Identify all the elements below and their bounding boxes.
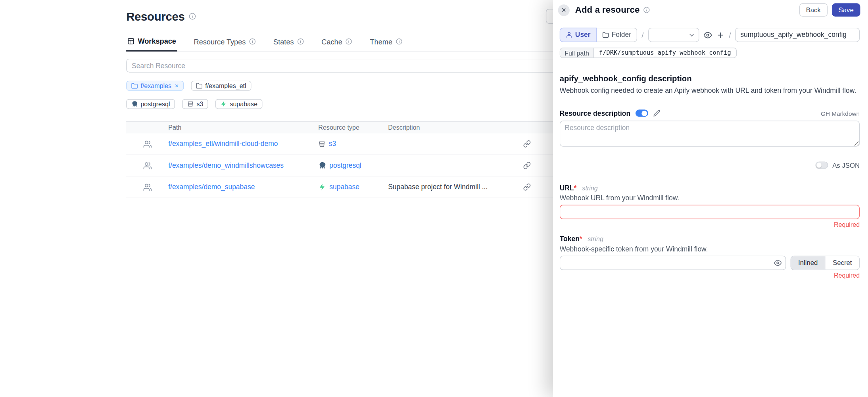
type-filter-row: postgresql s3 supabase: [126, 99, 610, 109]
resources-page-content: Resources Add resource Workspace Resourc…: [126, 0, 610, 198]
token-label: Token*: [560, 235, 582, 243]
info-icon[interactable]: [346, 38, 352, 45]
resource-name-input[interactable]: [735, 28, 860, 42]
chevron-down-icon: [688, 32, 695, 39]
close-icon[interactable]: ×: [558, 4, 570, 15]
type-chip-label: postgresql: [140, 101, 170, 107]
owner-kind-toggle: User Folder: [560, 28, 638, 42]
folder-chip-examples[interactable]: f/examples ×: [126, 81, 184, 91]
tab-label: Theme: [370, 37, 392, 46]
inlined-button[interactable]: Inlined: [791, 256, 826, 269]
shared-users-icon: [126, 161, 168, 170]
copy-link-icon[interactable]: [523, 161, 531, 169]
postgresql-icon: [131, 101, 138, 107]
resource-type-label: postgresql: [329, 161, 361, 169]
full-path-label: Full path: [560, 48, 594, 58]
type-chip-postgresql[interactable]: postgresql: [126, 99, 175, 109]
as-json-toggle[interactable]: [815, 162, 828, 169]
secret-button[interactable]: Secret: [826, 256, 859, 269]
tab-workspace[interactable]: Workspace: [126, 35, 177, 52]
app-canvas: Resources Add resource Workspace Resourc…: [0, 0, 868, 397]
owner-select[interactable]: [648, 28, 699, 42]
token-type-hint: string: [588, 236, 603, 242]
resource-path-link[interactable]: f/examples_etl/windmill-cloud-demo: [168, 140, 278, 148]
token-field-block: Token* string Webhook-specific token fro…: [560, 235, 860, 279]
resource-path-link[interactable]: f/examples/demo_windmillshowcases: [168, 161, 284, 169]
as-json-label: As JSON: [832, 161, 860, 169]
url-input[interactable]: [560, 205, 860, 219]
table-row[interactable]: f/examples_etl/windmill-cloud-demo s3: [126, 133, 610, 155]
full-path-display: Full path f/DRK/sumptuous_apify_webhook_…: [560, 48, 737, 58]
folder-icon: [602, 32, 609, 38]
gh-markdown-hint: GH Markdown: [821, 110, 860, 117]
drawer-header: × Add a resource Back Save: [553, 0, 868, 20]
header-description: Description: [388, 124, 523, 131]
show-token-eye-icon[interactable]: [774, 259, 782, 267]
description-toggle[interactable]: [636, 110, 648, 117]
add-folder-plus-icon[interactable]: [716, 31, 724, 39]
workspace-icon: [127, 38, 134, 45]
search-input[interactable]: [126, 59, 610, 73]
folder-chip-label: f/examples_etl: [205, 82, 246, 89]
save-button[interactable]: Save: [832, 3, 860, 16]
tab-cache[interactable]: Cache: [321, 35, 353, 51]
token-label-row: Token* string: [560, 235, 860, 243]
resource-description: Supabase project for Windmill ...: [388, 183, 523, 191]
required-asterisk: *: [574, 184, 577, 192]
resource-description-textarea[interactable]: [560, 121, 860, 147]
tab-resource-types[interactable]: Resource Types: [193, 35, 257, 51]
info-icon[interactable]: [396, 38, 402, 45]
resource-type-section-title: apify_webhook_config description: [560, 74, 860, 83]
resource-type-cell: s3: [318, 140, 388, 148]
page-title-row: Resources: [126, 10, 196, 23]
folder-icon: [131, 82, 138, 89]
owner-folder-label: Folder: [612, 31, 631, 39]
supabase-icon: [221, 101, 227, 107]
page-title: Resources: [126, 10, 184, 23]
resource-type-label: s3: [329, 140, 336, 148]
token-mode-toggle: Inlined Secret: [791, 256, 860, 270]
token-required-text: Required: [560, 272, 860, 279]
folder-chip-label: f/examples: [140, 82, 171, 89]
type-chip-s3[interactable]: s3: [182, 99, 208, 109]
resource-type-label: supabase: [329, 183, 359, 191]
resources-table: Path Resource type Description f/example…: [126, 121, 610, 198]
info-icon[interactable]: [249, 38, 256, 45]
user-icon: [566, 32, 572, 38]
preview-eye-icon[interactable]: [703, 31, 712, 39]
shared-users-icon: [126, 183, 168, 191]
copy-link-icon[interactable]: [523, 140, 531, 148]
back-button[interactable]: Back: [799, 3, 828, 16]
tab-states[interactable]: States: [272, 35, 305, 51]
url-required-text: Required: [560, 221, 860, 228]
table-row[interactable]: f/examples/demo_supabase supabase Supaba…: [126, 176, 610, 198]
shared-users-icon: [126, 140, 168, 148]
url-type-hint: string: [582, 185, 597, 192]
remove-filter-icon[interactable]: ×: [175, 82, 179, 89]
type-chip-supabase[interactable]: supabase: [215, 99, 262, 109]
copy-link-icon[interactable]: [523, 183, 531, 191]
token-input[interactable]: [560, 256, 786, 270]
resource-description-label: Resource description: [560, 109, 630, 117]
tab-theme[interactable]: Theme: [369, 35, 403, 51]
resource-description-header: Resource description GH Markdown: [560, 109, 860, 117]
info-icon[interactable]: [643, 7, 650, 13]
url-label: URL*: [560, 184, 577, 192]
info-icon[interactable]: [188, 13, 196, 20]
token-input-wrap: [560, 256, 786, 270]
folder-chip-examples-etl[interactable]: f/examples_etl: [191, 81, 251, 91]
as-json-row: As JSON: [560, 161, 860, 169]
tab-label: Resource Types: [194, 37, 246, 46]
info-icon[interactable]: [297, 38, 304, 45]
table-row[interactable]: f/examples/demo_windmillshowcases postgr…: [126, 155, 610, 176]
folder-icon: [196, 82, 202, 89]
resource-path-link[interactable]: f/examples/demo_supabase: [168, 183, 255, 191]
token-description: Webhook-specific token from your Windmil…: [560, 245, 860, 253]
owner-user-button[interactable]: User: [560, 28, 597, 42]
token-input-row: Inlined Secret: [560, 256, 860, 270]
type-chip-label: s3: [196, 101, 203, 107]
resource-type-cell: postgresql: [318, 161, 388, 169]
edit-pencil-icon[interactable]: [653, 110, 660, 117]
owner-folder-button[interactable]: Folder: [597, 28, 637, 42]
resource-type-cell: supabase: [318, 183, 388, 191]
